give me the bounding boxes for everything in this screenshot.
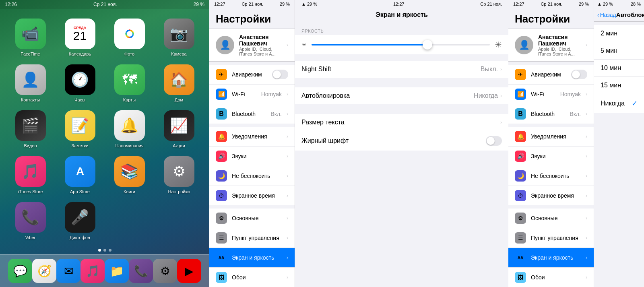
home-time: 12:26 xyxy=(5,2,17,7)
home-dock: 💬 🧭 ✉ 🎵 📁 📞 ⚙ ▶ xyxy=(0,254,209,287)
settings-item-general[interactable]: ⚙ Основные › xyxy=(209,209,295,228)
app-facetime[interactable]: 📹 FaceTime xyxy=(10,19,51,56)
s2-notifications-chevron: › xyxy=(586,134,587,139)
home-battery: 29 % xyxy=(194,2,204,7)
app-camera[interactable]: 📷 Камера xyxy=(158,19,200,56)
s2-item-screentime[interactable]: ⏱ Экранное время › xyxy=(508,186,594,205)
controlcenter-icon: ☰ xyxy=(216,232,227,244)
s2-item-sounds[interactable]: 🔊 Звуки › xyxy=(508,147,594,166)
app-maps[interactable]: 🗺 Карты xyxy=(109,64,150,102)
dock-settings[interactable]: ⚙ xyxy=(153,259,177,283)
autolock-option-2min[interactable]: 2 мин xyxy=(594,25,644,42)
brightness-slider-track[interactable] xyxy=(312,44,490,45)
dock-messages[interactable]: 💬 xyxy=(8,259,32,283)
app-viber[interactable]: 📞 Viber xyxy=(10,202,51,240)
app-home[interactable]: 🏠 Дом xyxy=(158,64,200,102)
settings-item-sounds[interactable]: 🔊 Звуки › xyxy=(209,147,295,166)
app-dictaphone[interactable]: 🎤 Диктофон xyxy=(59,202,101,240)
settings-home-icon[interactable]: ⚙ xyxy=(164,156,194,187)
home-status-bar: 12:26 Ср 21 ноя. 29 % xyxy=(0,0,209,9)
app-books[interactable]: 📚 Книги xyxy=(109,156,150,194)
brightness-status-bar: ▲ 29 % 12:27 Ср 21 ноя. xyxy=(295,0,508,8)
dock-files[interactable]: 📁 xyxy=(105,259,129,283)
app-contacts[interactable]: 👤 Контакты xyxy=(10,64,51,102)
s2-item-display[interactable]: AA Экран и яркость › xyxy=(508,248,594,268)
airplane-icon: ✈ xyxy=(216,69,227,80)
itunes-icon[interactable]: 🎵 xyxy=(15,156,46,187)
app-appstore[interactable]: A App Store xyxy=(59,156,101,194)
boldtext-row[interactable]: Жирный шрифт xyxy=(295,131,508,151)
boldtext-toggle[interactable] xyxy=(486,136,502,146)
dock-mail[interactable]: ✉ xyxy=(56,259,80,283)
app-itunes[interactable]: 🎵 iTunes Store xyxy=(10,156,51,194)
s2-item-airplane[interactable]: ✈ Авиарежим xyxy=(508,65,594,85)
settings-item-airplane[interactable]: ✈ Авиарежим xyxy=(209,65,295,85)
s2-item-controlcenter[interactable]: ☰ Пункт управления › xyxy=(508,228,594,248)
settings-item-screentime[interactable]: ⏱ Экранное время › xyxy=(209,186,295,205)
video-icon[interactable]: 🎬 xyxy=(15,110,46,141)
settings-item-donotdisturb[interactable]: 🌙 Не беспокоить › xyxy=(209,166,295,186)
settings-item-bluetooth[interactable]: B Bluetooth Вкл. › xyxy=(209,104,295,124)
dock-viber[interactable]: 📞 xyxy=(129,259,153,283)
app-stocks[interactable]: 📈 Акции xyxy=(158,110,200,148)
books-icon[interactable]: 📚 xyxy=(114,156,145,187)
app-reminders[interactable]: 🔔 Напоминания xyxy=(109,110,150,148)
dock-music[interactable]: 🎵 xyxy=(80,259,105,283)
contacts-icon[interactable]: 👤 xyxy=(15,64,46,95)
app-calendar[interactable]: Среда 21 Календарь xyxy=(59,19,101,56)
appstore-icon[interactable]: A xyxy=(65,156,95,187)
s2-item-notifications[interactable]: 🔔 Уведомления › xyxy=(508,127,594,147)
viber-icon[interactable]: 📞 xyxy=(15,202,46,233)
autolock-option-never[interactable]: Никогда ✓ xyxy=(594,94,644,113)
settings-item-display[interactable]: AA Экран и яркость › xyxy=(209,248,295,268)
autolock-row[interactable]: Автоблокировка Никогда › xyxy=(295,87,508,104)
app-clock[interactable]: 🕐 Часы xyxy=(59,64,101,102)
s2-status-bar: 12:27 Ср 21 ноя. 29 % xyxy=(508,0,594,8)
bluetooth-icon: B xyxy=(216,108,227,120)
autolock-back-button[interactable]: ‹ Назад xyxy=(597,12,616,18)
settings-item-notifications[interactable]: 🔔 Уведомления › xyxy=(209,127,295,147)
s2-airplane-toggle[interactable] xyxy=(571,70,587,79)
nightshift-row[interactable]: Night Shift Выкл. › xyxy=(295,61,508,78)
autolock-option-5min[interactable]: 5 мин xyxy=(594,42,644,60)
app-notes[interactable]: 📝 Заметки xyxy=(59,110,101,148)
settings-item-controlcenter[interactable]: ☰ Пункт управления › xyxy=(209,228,295,248)
s2-item-wifi[interactable]: 📶 Wi-Fi Homyak › xyxy=(508,85,594,104)
s2-item-wallpaper[interactable]: 🖼 Обои › xyxy=(508,268,594,287)
app-video[interactable]: 🎬 Видео xyxy=(10,110,51,148)
photos-icon[interactable] xyxy=(114,19,145,49)
app-photos[interactable]: Фото xyxy=(109,19,150,56)
autolock-option-15min[interactable]: 15 мин xyxy=(594,77,644,94)
s2-item-bluetooth[interactable]: B Bluetooth Вкл. › xyxy=(508,104,594,124)
brightness-slider-thumb[interactable] xyxy=(423,40,432,50)
profile2-name: Анастасия Пашкевич xyxy=(538,34,581,47)
textsize-row[interactable]: Размер текста › xyxy=(295,114,508,131)
dock-youtube[interactable]: ▶ xyxy=(177,259,201,283)
home-app-icon[interactable]: 🏠 xyxy=(164,64,194,95)
settings-profile[interactable]: 👤 Анастасия Пашкевич Apple ID, iCloud, i… xyxy=(209,29,295,62)
notes-icon[interactable]: 📝 xyxy=(65,110,95,141)
stocks-icon[interactable]: 📈 xyxy=(164,110,194,141)
bluetooth-chevron: › xyxy=(287,111,288,117)
s2-cc-icon: ☰ xyxy=(515,232,526,244)
s2-item-general[interactable]: ⚙ Основные › xyxy=(508,209,594,228)
calendar-icon[interactable]: Среда 21 xyxy=(65,19,95,49)
s2-notifications-icon: 🔔 xyxy=(515,131,526,142)
app-settings-home[interactable]: ⚙ Настройки xyxy=(158,156,200,194)
dock-safari[interactable]: 🧭 xyxy=(32,259,56,283)
settings-item-wallpaper[interactable]: 🖼 Обои › xyxy=(209,268,295,287)
camera-icon[interactable]: 📷 xyxy=(164,19,194,49)
back-label[interactable]: Назад xyxy=(600,12,616,18)
airplane-toggle[interactable] xyxy=(272,70,288,79)
page-dot-2 xyxy=(103,249,106,252)
divider-4 xyxy=(295,107,508,111)
settings-item-wifi[interactable]: 📶 Wi-Fi Homyak › xyxy=(209,85,295,104)
dictaphone-icon[interactable]: 🎤 xyxy=(65,202,95,233)
autolock-option-10min[interactable]: 10 мин xyxy=(594,60,644,77)
facetime-icon[interactable]: 📹 xyxy=(15,19,46,49)
maps-icon[interactable]: 🗺 xyxy=(114,64,145,95)
clock-icon[interactable]: 🕐 xyxy=(65,64,95,95)
s2-item-dnd[interactable]: 🌙 Не беспокоить › xyxy=(508,166,594,186)
reminders-icon[interactable]: 🔔 xyxy=(114,110,145,141)
settings2-profile[interactable]: 👤 Анастасия Пашкевич Apple ID, iCloud, i… xyxy=(508,29,594,62)
